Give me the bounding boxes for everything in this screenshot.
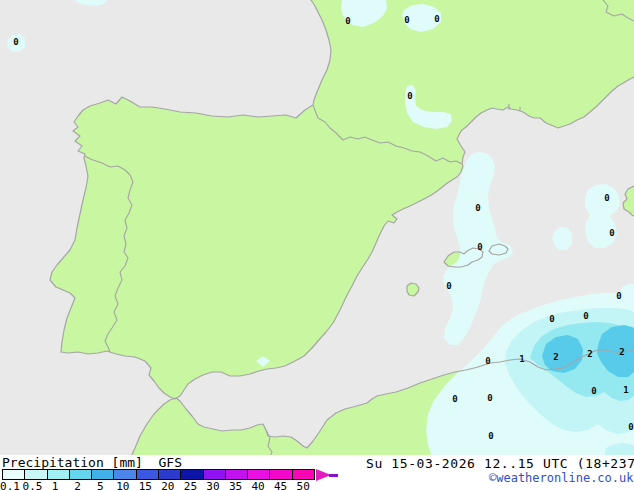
scale-segment (3, 470, 25, 479)
precip-value-label: 0 (487, 393, 492, 403)
precip-value-label: 2 (553, 352, 558, 362)
iberia-precipitation-map: 000000000000012220100000 (0, 0, 634, 457)
legend-title: Precipitation [mm] GFS (2, 455, 182, 470)
color-scale-bar (2, 469, 315, 480)
scale-tick-label: 45 (274, 480, 287, 490)
precip-value-label: 0 (549, 314, 554, 324)
scale-arrow-tail (329, 474, 338, 477)
precip-value-label: 0 (628, 422, 633, 432)
precip-value-label: 1 (623, 385, 628, 395)
scale-segment (25, 470, 47, 479)
scale-tick-label: 20 (161, 480, 174, 490)
precip-value-label: 0 (591, 386, 596, 396)
scale-tick-label: 0.5 (23, 480, 43, 490)
scale-tick-label: 50 (297, 480, 310, 490)
scale-tick-label: 2 (74, 480, 81, 490)
precip-value-label: 0 (583, 311, 588, 321)
scale-tick-label: 1 (52, 480, 59, 490)
precip-value-label: 0 (604, 193, 609, 203)
scale-segment (137, 470, 159, 479)
scale-segment (293, 470, 314, 479)
scale-segment (114, 470, 136, 479)
weather-map: 000000000000012220100000 (0, 0, 634, 457)
precip-value-label: 1 (519, 354, 524, 364)
precip-value-label: 0 (488, 431, 493, 441)
precip-value-label: 0 (13, 37, 18, 47)
precip-value-label: 0 (434, 14, 439, 24)
scale-segment (270, 470, 292, 479)
precip-value-label: 0 (475, 203, 480, 213)
scale-tick-label: 0.1 (0, 480, 20, 490)
scale-tick-label: 5 (97, 480, 104, 490)
precip-value-label: 0 (404, 15, 409, 25)
precip-value-label: 0 (609, 228, 614, 238)
scale-tick-label: 35 (229, 480, 242, 490)
precip-value-label: 0 (345, 16, 350, 26)
precip-value-label: 0 (477, 242, 482, 252)
scale-segment (248, 470, 270, 479)
scale-tick-label: 15 (139, 480, 152, 490)
scale-tick-label: 30 (206, 480, 219, 490)
scale-tick-label: 25 (184, 480, 197, 490)
precip-value-label: 0 (485, 356, 490, 366)
forecast-datetime: Su 15-03-2026 12..15 UTC (18+237) (366, 456, 634, 471)
precip-value-label: 0 (452, 394, 457, 404)
legend-bar: Precipitation [mm] GFS 0.10.512510152025… (0, 455, 634, 490)
precip-value-label: 2 (587, 349, 592, 359)
precip-value-label: 2 (619, 347, 624, 357)
scale-segment (226, 470, 248, 479)
scale-tick-label: 10 (116, 480, 129, 490)
precip-value-label: 0 (407, 91, 412, 101)
scale-segment (181, 470, 203, 479)
scale-segment (159, 470, 181, 479)
scale-segment (92, 470, 114, 479)
precip-value-label: 0 (616, 291, 621, 301)
scale-segment (48, 470, 70, 479)
weather-map-screenshot: 000000000000012220100000 Precipitation [… (0, 0, 634, 490)
copyright-link[interactable]: ©weatheronline.co.uk (489, 471, 634, 485)
precip-value-label: 0 (446, 281, 451, 291)
scale-segment (204, 470, 226, 479)
scale-tick-label: 40 (251, 480, 264, 490)
scale-tick-labels: 0.10.5125101520253035404550 (0, 480, 360, 490)
scale-segment (70, 470, 92, 479)
